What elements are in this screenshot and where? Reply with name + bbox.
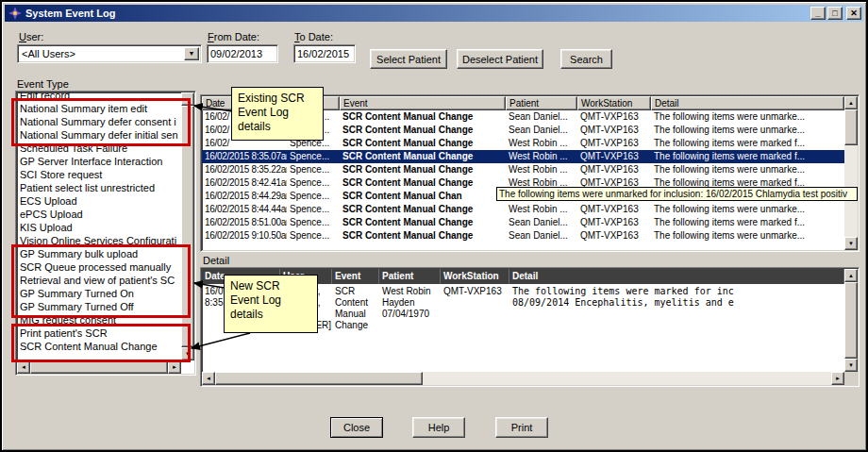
detail-cell-workstation: QMT-VXP163 — [441, 284, 509, 299]
user-label: User: — [19, 31, 43, 42]
detail-hscrollbar[interactable]: ◄ ► — [202, 372, 844, 385]
cell-detail: The following items were unmarke... — [651, 229, 844, 243]
detail-label: Detail — [203, 255, 229, 266]
cell-event: SCR Content Manual Change — [340, 137, 506, 150]
cell-date: 16/02/2015 8:42.41am — [202, 176, 287, 190]
minimize-icon[interactable]: _ — [810, 7, 826, 20]
event-type-item[interactable]: Scheduled Task Failure — [18, 142, 181, 155]
event-column-header[interactable]: Patient — [506, 96, 577, 110]
cell-event: SCR Content Manual Change — [340, 150, 506, 163]
deselect-patient-button[interactable]: Deselect Patient — [457, 49, 543, 69]
event-type-item[interactable]: ECS Upload — [18, 194, 181, 208]
select-patient-button[interactable]: Select Patient — [370, 49, 447, 69]
event-type-item[interactable]: MIG request consent — [18, 313, 181, 326]
cell-patient: West Robin ... — [506, 203, 577, 216]
cell-patient: Sean Daniel... — [506, 124, 577, 137]
cell-event: SCR Content Manual Change — [340, 124, 506, 137]
scroll-thumb[interactable] — [215, 372, 423, 385]
event-type-item[interactable]: SCR Queue processed manually — [18, 260, 181, 274]
event-type-item[interactable]: National Summary defer consent i — [18, 115, 181, 128]
event-type-list-items: Edit recordNational Summary item editNat… — [17, 92, 181, 360]
close-button[interactable]: Close — [330, 417, 383, 438]
event-log-row[interactable]: 16/02/2015 8:35.07amSpence...SCR Content… — [202, 150, 844, 163]
detail-cell-detail: The following items were marked for inc … — [509, 284, 844, 310]
cell-date: 16/02/2015 8:44.29am — [202, 190, 287, 203]
from-date-input[interactable] — [207, 44, 278, 63]
close-icon[interactable]: ✕ — [846, 7, 861, 20]
scroll-down-icon[interactable]: ▼ — [181, 347, 194, 360]
to-date-input[interactable] — [293, 44, 356, 63]
from-date-label: From Date: — [208, 31, 259, 42]
cell-patient: West Robin ... — [506, 150, 577, 163]
scroll-left-icon[interactable]: ◄ — [17, 360, 30, 374]
event-type-item[interactable]: National Summary defer initial sen — [18, 128, 181, 142]
cell-patient: West Robin ... — [506, 137, 577, 150]
print-button[interactable]: Print — [495, 417, 548, 438]
event-type-item[interactable]: Retrieval and view of patient's SC — [18, 274, 181, 287]
maximize-icon[interactable]: □ — [827, 7, 843, 20]
event-type-item[interactable]: National Summary item edit — [18, 102, 181, 115]
cell-ws: QMT-VXP163 — [577, 216, 651, 229]
cell-detail: The following items were unmarke... — [651, 110, 844, 124]
event-type-item[interactable]: GP Summary Turned Off — [18, 300, 181, 313]
scroll-thumb[interactable] — [30, 360, 168, 374]
cell-date: 16/02/2015 8:44.44am — [202, 203, 287, 216]
user-select[interactable]: <All Users> ▼ — [17, 44, 202, 63]
event-column-header[interactable]: WorkStation — [577, 96, 651, 110]
event-type-item[interactable]: GP Summary bulk upload — [18, 247, 181, 260]
cell-patient: Sean Daniel... — [506, 110, 577, 124]
event-column-header[interactable]: Detail — [651, 96, 844, 110]
event-type-item[interactable]: Patient select list unrestricted — [18, 181, 181, 194]
cell-event: SCR Content Manual Change — [340, 110, 506, 124]
cell-ws: QMT-VXP163 — [577, 150, 651, 163]
scroll-up-icon[interactable]: ▲ — [844, 269, 858, 282]
event-type-item[interactable]: SCR Content Manual Change — [18, 340, 181, 353]
event-type-item[interactable]: Vision Online Services Configurati — [18, 234, 181, 247]
cell-ws: QMT-VXP163 — [577, 110, 651, 124]
cell-date: 16/02/2015 8:35.07am — [202, 150, 287, 163]
event-log-row[interactable]: 16/02/2015 8:35.22amSpence...SCR Content… — [202, 163, 844, 176]
scroll-up-icon[interactable]: ▲ — [181, 92, 194, 106]
event-type-item[interactable]: Print patient's SCR — [18, 326, 181, 340]
event-type-vscrollbar[interactable]: ▲ ▼ — [181, 92, 194, 360]
event-type-item[interactable]: GP Summary Turned On — [18, 287, 181, 300]
scroll-right-icon[interactable]: ► — [168, 360, 181, 374]
detail-cell-patient: West Robin Hayden 07/04/1970 — [379, 284, 441, 322]
titlebar: System Event Log _ □ ✕ — [5, 5, 863, 22]
event-type-item[interactable]: GP Server Interface Interaction — [18, 155, 181, 168]
help-button[interactable]: Help — [412, 417, 465, 438]
scrollbar-corner — [844, 372, 858, 385]
chevron-down-icon[interactable]: ▼ — [184, 47, 199, 60]
scroll-down-icon[interactable]: ▼ — [844, 359, 858, 372]
cell-user: Spence... — [287, 163, 340, 176]
cell-user: Spence... — [287, 229, 340, 243]
cell-ws: QMT-VXP163 — [577, 137, 651, 150]
cell-user: Spence... — [287, 203, 340, 216]
scroll-right-icon[interactable]: ► — [831, 372, 844, 385]
event-type-item[interactable]: KIS Upload — [18, 221, 181, 234]
event-log-row[interactable]: 16/02/2015 9:10.50amSpence...SCR Content… — [202, 229, 844, 243]
event-type-item[interactable]: SCI Store request — [18, 168, 181, 181]
event-type-item[interactable]: Edit record — [18, 92, 181, 102]
scroll-left-icon[interactable]: ◄ — [202, 372, 215, 385]
scroll-thumb[interactable] — [181, 106, 194, 347]
event-column-header[interactable]: Event — [340, 96, 506, 110]
detail-cell-event: SCR Content Manual Change — [332, 284, 379, 333]
cell-ws: QMT-VXP163 — [577, 203, 651, 216]
app-icon — [8, 7, 22, 20]
cell-event: SCR Content Manual Change — [340, 203, 506, 216]
detail-vscrollbar[interactable]: ▲ ▼ — [844, 269, 858, 372]
scroll-thumb[interactable] — [844, 282, 858, 359]
detail-column-header: Patient — [379, 269, 441, 284]
event-type-hscrollbar[interactable]: ◄ ► — [17, 360, 181, 374]
scroll-down-icon[interactable]: ▼ — [844, 237, 858, 250]
cell-event: SCR Content Manual Change — [340, 163, 506, 176]
cell-ws: QMT-VXP163 — [577, 124, 651, 137]
event-table-vscrollbar[interactable]: ▲ ▼ — [844, 96, 858, 250]
event-type-item[interactable]: ePCS Upload — [18, 208, 181, 221]
scroll-thumb[interactable] — [844, 109, 858, 145]
scroll-up-icon[interactable]: ▲ — [844, 96, 858, 109]
search-button[interactable]: Search — [560, 49, 612, 69]
event-log-row[interactable]: 16/02/2015 8:44.44amSpence...SCR Content… — [202, 203, 844, 216]
event-log-row[interactable]: 16/02/2015 8:51.00amSpence...SCR Content… — [202, 216, 844, 229]
